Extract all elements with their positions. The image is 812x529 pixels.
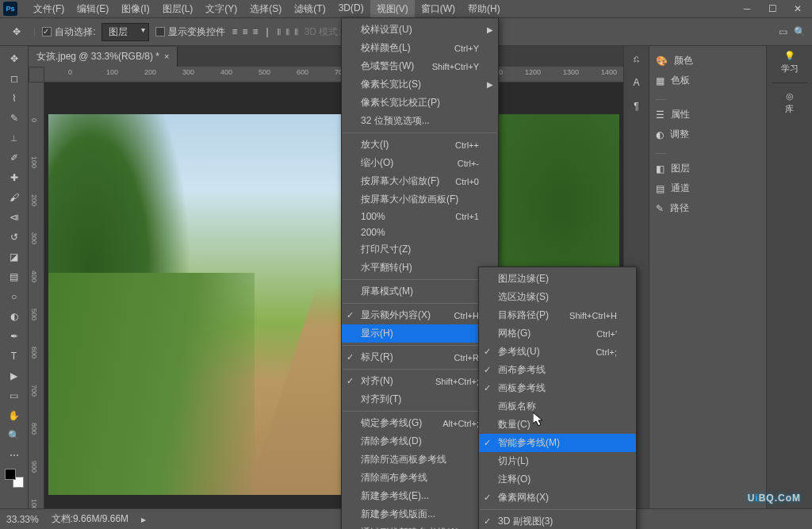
dodge-tool[interactable]: ◐ <box>2 307 26 326</box>
auto-select-target-dropdown[interactable]: 图层 <box>102 23 149 41</box>
menu-item[interactable]: 色域警告(W)Shift+Ctrl+Y <box>342 57 498 75</box>
panel-libraries[interactable]: ◎库 <box>785 91 794 115</box>
heal-tool[interactable]: ✚ <box>2 168 26 187</box>
menu-item[interactable]: ✓对齐(N)Shift+Ctrl+; <box>342 372 498 390</box>
menu-item[interactable]: 缩小(O)Ctrl+- <box>342 154 498 172</box>
menu-0[interactable]: 文件(F) <box>27 0 71 18</box>
close-button[interactable]: ✕ <box>787 2 809 16</box>
auto-select-checkbox[interactable]: 自动选择: <box>42 25 95 39</box>
blur-tool[interactable]: ○ <box>2 287 26 306</box>
menu-item[interactable]: 像素长宽比(S)▶ <box>342 75 498 94</box>
menu-item[interactable]: 水平翻转(H) <box>342 259 498 277</box>
path-select-tool[interactable]: ▶ <box>2 366 26 385</box>
panel-color[interactable]: 🎨颜色 <box>649 51 766 71</box>
history-panel-icon[interactable]: ⎌ <box>628 51 645 67</box>
menu-7[interactable]: 3D(D) <box>332 0 370 18</box>
menu-1[interactable]: 编辑(E) <box>71 0 115 18</box>
menu-8[interactable]: 视图(V) <box>370 0 415 18</box>
panel-paths[interactable]: ✎路径 <box>649 198 766 218</box>
type-tool[interactable]: T <box>2 347 26 366</box>
menu-item[interactable]: 放大(I)Ctrl++ <box>342 136 498 154</box>
doc-info-arrow-icon[interactable]: ▸ <box>141 514 146 525</box>
show-transform-checkbox[interactable]: 显示变换控件 <box>155 25 225 39</box>
ruler-vertical[interactable]: 01002003004005006007008009001000 <box>29 82 44 508</box>
quick-select-tool[interactable]: ✎ <box>2 109 26 128</box>
menu-2[interactable]: 图像(I) <box>115 0 155 18</box>
align-left-icon[interactable]: ≡ <box>232 26 237 37</box>
menu-item[interactable]: 网格(G)Ctrl+' <box>479 324 636 343</box>
move-tool-icon[interactable]: ✥ <box>6 21 27 42</box>
menu-item[interactable]: 图层边缘(E) <box>479 270 636 288</box>
menu-item[interactable]: ✓3D 副视图(3) <box>479 512 636 529</box>
menu-item[interactable]: 200% <box>342 224 498 240</box>
minimize-button[interactable]: ─ <box>736 2 758 16</box>
character-panel-icon[interactable]: A <box>628 75 645 90</box>
search-icon[interactable]: 🔍 <box>794 26 806 37</box>
menu-item[interactable]: 新建参考线版面... <box>342 505 498 523</box>
menu-item[interactable]: 屏幕模式(M)▶ <box>342 282 498 301</box>
menu-3[interactable]: 图层(L) <box>156 0 200 18</box>
zoom-tool[interactable]: 🔍 <box>2 426 26 445</box>
crop-tool[interactable]: ⟂ <box>2 128 26 148</box>
menu-item[interactable]: ✓显示额外内容(X)Ctrl+H <box>342 306 498 324</box>
panel-channels[interactable]: ▤通道 <box>649 178 766 198</box>
marquee-tool[interactable]: ◻ <box>2 69 26 88</box>
lasso-tool[interactable]: ⌇ <box>2 89 26 108</box>
menu-6[interactable]: 滤镜(T) <box>288 0 331 18</box>
align-right-icon[interactable]: ≡ <box>253 26 259 37</box>
panel-adjustments[interactable]: ◐调整 <box>649 125 766 144</box>
pen-tool[interactable]: ✒ <box>2 327 26 346</box>
align-center-icon[interactable]: ≡ <box>242 26 247 37</box>
menu-item[interactable]: 显示(H)▶ <box>342 324 498 343</box>
menu-item[interactable]: 按屏幕大小缩放(F)Ctrl+0 <box>342 172 498 190</box>
menu-item[interactable]: 打印尺寸(Z) <box>342 240 498 259</box>
shape-tool[interactable]: ▭ <box>2 386 26 405</box>
distribute-icon[interactable]: ⫴ <box>294 26 298 37</box>
menu-10[interactable]: 帮助(H) <box>462 0 507 18</box>
zoom-level[interactable]: 33.33% <box>6 514 39 525</box>
menu-item[interactable]: ✓像素网格(X) <box>479 489 636 507</box>
menu-item[interactable]: ✓智能参考线(M) <box>479 434 636 452</box>
panel-list: 🎨颜色 ▦色板 ── ☰属性 ◐调整 ── ◧图层 ▤通道 ✎路径 <box>649 46 766 508</box>
panel-layers[interactable]: ◧图层 <box>649 159 766 178</box>
hand-tool[interactable]: ✋ <box>2 406 26 425</box>
brush-tool[interactable]: 🖌 <box>2 188 26 207</box>
panel-swatches[interactable]: ▦色板 <box>649 71 766 90</box>
paragraph-panel-icon[interactable]: ¶ <box>628 98 645 114</box>
menu-item[interactable]: 对齐到(T)▶ <box>342 390 498 408</box>
menu-item[interactable]: ✓画布参考线 <box>479 361 636 379</box>
gradient-tool[interactable]: ▤ <box>2 267 26 286</box>
menu-item[interactable]: 校样设置(U)▶ <box>342 21 498 39</box>
menu-item[interactable]: 选区边缘(S) <box>479 288 636 306</box>
tab-close-icon[interactable]: × <box>164 52 169 61</box>
distribute-icon[interactable]: ⫴ <box>285 26 289 37</box>
menu-5[interactable]: 选择(S) <box>243 0 288 18</box>
ruler-horizontal[interactable]: 0100200300400500600700800900100011001200… <box>44 67 623 82</box>
workspace-icon[interactable]: ▭ <box>779 26 787 37</box>
menu-item[interactable]: 100%Ctrl+1 <box>342 209 498 224</box>
eraser-tool[interactable]: ◪ <box>2 247 26 266</box>
document-tab[interactable]: 女孩.jpeg @ 33.3%(RGB/8) * × <box>29 47 178 67</box>
eyedropper-tool[interactable]: ✐ <box>2 148 26 167</box>
edit-toolbar[interactable]: ⋯ <box>2 446 26 465</box>
doc-info[interactable]: 文档:9.66M/9.66M <box>52 512 128 526</box>
distribute-icon[interactable]: ⫴ <box>277 26 281 37</box>
menu-item[interactable]: ✓标尺(R)Ctrl+R <box>342 348 498 366</box>
menu-item[interactable]: 校样颜色(L)Ctrl+Y <box>342 39 498 57</box>
panel-properties[interactable]: ☰属性 <box>649 105 766 125</box>
panel-learn[interactable]: 💡学习 <box>781 51 799 75</box>
move-tool[interactable]: ✥ <box>2 49 26 68</box>
menu-item[interactable]: 锁定参考线(G)Alt+Ctrl+; <box>342 414 498 432</box>
stamp-tool[interactable]: ⧏ <box>2 208 26 227</box>
menu-4[interactable]: 文字(Y) <box>199 0 243 18</box>
menu-item[interactable]: 新建参考线(E)... <box>342 487 498 505</box>
menu-item[interactable]: 目标路径(P)Shift+Ctrl+H <box>479 306 636 324</box>
menu-item[interactable]: 切片(L) <box>479 452 636 470</box>
maximize-button[interactable]: ☐ <box>761 2 783 16</box>
menu-item[interactable]: ✓画板参考线 <box>479 379 636 397</box>
menu-item: 清除画布参考线 <box>342 469 498 487</box>
menu-9[interactable]: 窗口(W) <box>415 0 462 18</box>
fg-bg-color[interactable] <box>5 469 24 488</box>
menu-item[interactable]: 画板名称 <box>479 397 636 416</box>
history-brush-tool[interactable]: ↺ <box>2 228 26 247</box>
